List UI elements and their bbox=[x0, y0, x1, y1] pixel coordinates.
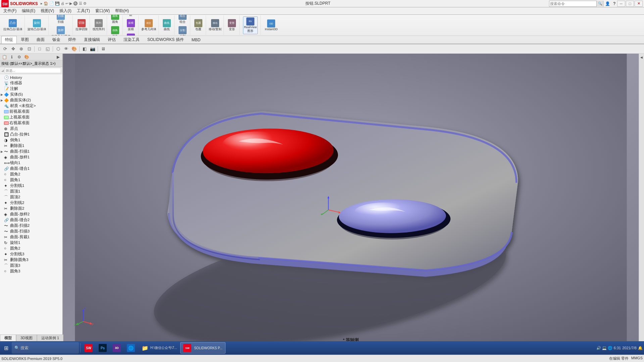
taskbar-solidworks-app[interactable]: SW SOLIDWORKS P... bbox=[180, 342, 225, 354]
tree-item-material[interactable]: 🔩 材质 <未指定> bbox=[0, 103, 62, 109]
tree-item-boss1[interactable]: 🔲 凸台-拉伸1 bbox=[0, 132, 62, 137]
taskbar-notification[interactable]: 🔔 bbox=[638, 346, 643, 350]
tree-item-surface-body[interactable]: ▶ 🔶 曲面实体(2) bbox=[0, 97, 62, 103]
tab-sheetmetal[interactable]: 钣金 bbox=[49, 36, 64, 44]
revolve-btn[interactable]: 旋转 旋转凸台/基体 bbox=[27, 18, 47, 32]
menu-window[interactable]: 窗口(W) bbox=[93, 7, 112, 14]
tree-item-right-plane[interactable]: 右视基准面 bbox=[0, 120, 62, 126]
tree-item-cut2[interactable]: ✂ 删除面2 bbox=[0, 206, 62, 211]
tree-item-front-plane[interactable]: 前视基准面 bbox=[0, 109, 62, 114]
help-icon[interactable]: ? bbox=[613, 1, 615, 6]
tab-direct-edit[interactable]: 直接编辑 bbox=[80, 36, 104, 44]
tree-item-fillet1[interactable]: ◑ 倒角1 bbox=[0, 137, 62, 143]
tree-item-revolve1[interactable]: ↻ 旋转1 bbox=[0, 240, 62, 246]
intersect-btn[interactable]: 相交 参考几何体 bbox=[141, 18, 157, 32]
sweep-btn[interactable]: 扫描 扫描 bbox=[55, 15, 67, 25]
tree-item-circle4[interactable]: ○ 圆角3 bbox=[0, 268, 62, 274]
tree-item-split1[interactable]: ✦ 分割线1 bbox=[0, 183, 62, 189]
tree-item-cut3[interactable]: ✂ 删除圆角3 bbox=[0, 257, 62, 263]
taskbar-folder-icon[interactable]: 📁 H:\微信公众号\7... bbox=[138, 342, 180, 354]
loft-btn[interactable]: 放样 放样凸台/基体 bbox=[51, 25, 71, 36]
tab-weldment[interactable]: 焊件 bbox=[64, 36, 80, 44]
move-btn[interactable]: 移动 移动/复制 bbox=[208, 18, 222, 32]
tree-item-dome1[interactable]: ⌒ 圆顶1 bbox=[0, 189, 62, 194]
tree-item-split3[interactable]: ✦ 分割线3 bbox=[0, 251, 62, 257]
tree-item-stitch2[interactable]: 🔗 曲面-缝合2 bbox=[0, 217, 62, 223]
tree-item-annotation[interactable]: 📝 注解 bbox=[0, 86, 62, 92]
curves-btn[interactable]: 曲线 曲线 bbox=[161, 18, 173, 32]
deform-btn[interactable]: 变形 变形 bbox=[226, 18, 238, 32]
tree-item-circle1[interactable]: ○ 圆角1 bbox=[0, 177, 62, 183]
tab-features[interactable]: 特征 bbox=[1, 36, 17, 44]
menu-help[interactable]: 帮助(H) bbox=[112, 7, 132, 14]
rib-btn[interactable]: 筋 筋 bbox=[125, 15, 137, 18]
tree-item-dome2[interactable]: ⌒ 圆顶2 bbox=[0, 194, 62, 200]
view-pan-btn[interactable]: ✥ bbox=[9, 45, 17, 53]
filter-input[interactable] bbox=[5, 68, 61, 73]
taskbar-search[interactable]: 🔍 搜索 bbox=[12, 342, 79, 354]
tree-item-trim1[interactable]: ✂ 曲面-剪裁1 bbox=[0, 234, 62, 240]
search-button[interactable]: 🔍 bbox=[596, 1, 603, 7]
view-standard-btn[interactable]: □ bbox=[36, 45, 43, 53]
appearance-tab[interactable]: 🎨 bbox=[23, 54, 30, 60]
tree-item-history[interactable]: 🕒 History bbox=[0, 75, 62, 80]
view-display-style-btn[interactable]: ⬡ bbox=[54, 45, 62, 53]
view-zoom-fit-btn[interactable]: ⊡ bbox=[26, 45, 33, 53]
taskbar-ps-icon[interactable]: Ps bbox=[96, 342, 109, 354]
tab-motion1[interactable]: 运动算例 1 bbox=[37, 334, 63, 341]
right-panel-btn-1[interactable]: ◀ bbox=[639, 55, 644, 60]
cut-btn[interactable]: 切除 拉伸切除 bbox=[75, 18, 88, 32]
tab-sketch[interactable]: 草图 bbox=[17, 36, 33, 44]
boss-extrude-btn[interactable]: 凸台 拉伸凸台/基体 bbox=[3, 18, 23, 32]
tree-item-sensor[interactable]: 📡 传感器 bbox=[0, 80, 62, 86]
tree-item-sweep2[interactable]: 〜 曲面-扫描2 bbox=[0, 223, 62, 228]
search-box[interactable]: 🔍 bbox=[549, 1, 603, 7]
config-tab[interactable]: ⚙ bbox=[16, 54, 22, 60]
tab-sw-addins[interactable]: SOLIDWORKS 插件 bbox=[144, 36, 188, 44]
wrap-btn[interactable]: 包覆 包覆 bbox=[192, 18, 204, 32]
view-hide-show-btn[interactable]: 👁 bbox=[62, 45, 70, 53]
minimize-button[interactable]: ─ bbox=[617, 1, 625, 7]
view-camera-btn[interactable]: 📷 bbox=[89, 45, 96, 53]
restore-button[interactable]: □ bbox=[626, 1, 634, 7]
menu-insert[interactable]: 插入(I) bbox=[57, 7, 74, 14]
view-orient-btn[interactable]: ◱ bbox=[44, 45, 51, 53]
tree-item-top-plane[interactable]: 上视基准面 bbox=[0, 114, 62, 120]
instant3d-btn[interactable]: I3D Instant3D bbox=[264, 19, 279, 32]
tree-item-solid-body[interactable]: ▶ 🔷 实体(5) bbox=[0, 92, 62, 97]
menu-tools[interactable]: 工具(T) bbox=[74, 7, 93, 14]
tree-item-circle2[interactable]: ○ 圆角2 bbox=[0, 171, 62, 177]
tree-item-circle3[interactable]: ○ 圆角2 bbox=[0, 246, 62, 251]
property-tab[interactable]: ℹ bbox=[9, 54, 15, 60]
view-appearance-btn[interactable]: 🎨 bbox=[70, 45, 78, 53]
tree-item-sweep1[interactable]: ▶ 〜 曲面-扫描1 bbox=[0, 149, 62, 154]
taskbar-ie-icon[interactable]: 🌐 bbox=[124, 342, 138, 354]
fillet-btn[interactable]: 圆角 圆角 bbox=[109, 15, 121, 25]
close-button[interactable]: ✕ bbox=[635, 1, 643, 7]
tree-item-mirror1[interactable]: ⟺ 镜向1 bbox=[0, 160, 62, 166]
feature-tree-tab[interactable]: 📋 bbox=[1, 54, 7, 60]
user-icon[interactable]: 👤 bbox=[605, 1, 610, 6]
realview-btn[interactable]: RV RealView图形 bbox=[243, 16, 258, 34]
tab-render[interactable]: 渲染工具 bbox=[120, 36, 143, 44]
menu-view[interactable]: 视图(V) bbox=[38, 7, 57, 14]
chamfer-btn[interactable]: 倒角 倒角 bbox=[109, 25, 121, 36]
panel-expand-btn[interactable]: ▶ bbox=[55, 54, 61, 60]
tab-model[interactable]: 模型 bbox=[0, 334, 16, 341]
tree-item-stitch1[interactable]: 🔗 曲面-缝合1 bbox=[0, 166, 62, 171]
menu-edit[interactable]: 编辑(E) bbox=[19, 7, 38, 14]
split-btn[interactable]: 分割 分割 bbox=[177, 25, 189, 36]
tree-item-split2[interactable]: ✦ 分割线2 bbox=[0, 200, 62, 206]
shell-btn[interactable]: 抽壳 抽壳 bbox=[125, 33, 137, 36]
taskbar-sw-icon[interactable]: SW bbox=[82, 342, 95, 354]
view-zoom-btn[interactable]: ⊕ bbox=[17, 45, 25, 53]
tree-item-sweep3[interactable]: 〜 曲面-扫描3 bbox=[0, 228, 62, 234]
tree-item-dome3[interactable]: ⌒ 圆顶3 bbox=[0, 263, 62, 268]
taskbar-start-btn[interactable]: ⊞ bbox=[1, 342, 11, 354]
tab-evaluate[interactable]: 评估 bbox=[104, 36, 119, 44]
combine-btn[interactable]: 组合 组合 bbox=[177, 15, 189, 25]
tree-item-loft2[interactable]: ◈ 曲面-放样2 bbox=[0, 211, 62, 217]
tab-3dview[interactable]: 3D视图 bbox=[16, 334, 37, 341]
tab-mbd[interactable]: MBD bbox=[188, 37, 204, 43]
menu-file[interactable]: 文件(F) bbox=[1, 7, 19, 14]
